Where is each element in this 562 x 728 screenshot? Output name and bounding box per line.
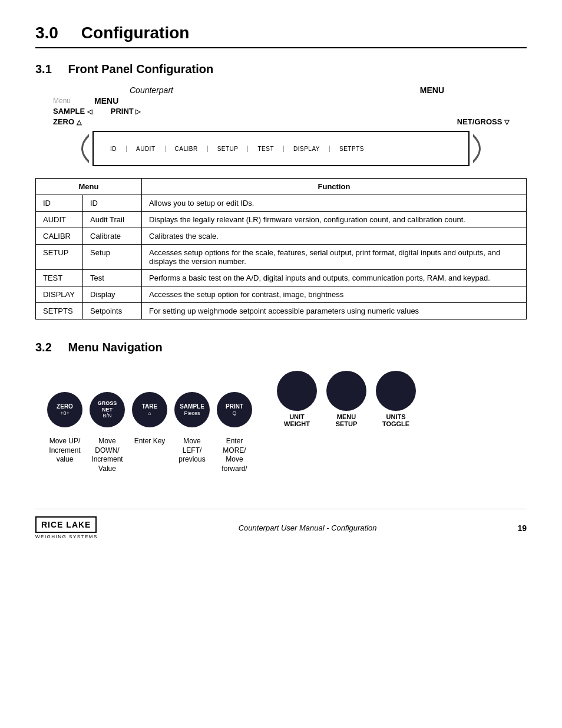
zero-label: ZERO bbox=[53, 117, 81, 126]
subsection-3-2-title: 3.2 Menu Navigation bbox=[35, 341, 527, 354]
nav-label-2: Enter Key bbox=[132, 437, 167, 446]
gross-net-key-group: GROSS NET B/N bbox=[90, 392, 125, 427]
menu-tab-audit: AUDIT bbox=[127, 146, 166, 152]
nav-label-3: Move LEFT/ previous bbox=[174, 437, 210, 465]
table-cell-menu-long: ID bbox=[83, 195, 142, 212]
menu-setup-btn[interactable] bbox=[326, 371, 366, 411]
zero-key[interactable]: ZERO +0+ bbox=[47, 392, 82, 427]
table-row: SETPTSSetpointsFor setting up weighmode … bbox=[36, 303, 527, 319]
sample-label: SAMPLE bbox=[53, 107, 92, 116]
table-cell-menu-long: Calibrate bbox=[83, 228, 142, 245]
section-3-2: 3.2 Menu Navigation ZERO +0+ GROSS NET B… bbox=[35, 341, 527, 473]
menu-btn-label: MENU bbox=[94, 96, 118, 106]
unit-weight-label: UNIT WEIGHT bbox=[284, 413, 310, 427]
table-cell-menu-short: ID bbox=[36, 195, 83, 212]
footer: RICE LAKE WEIGHING SYSTEMS Counterpart U… bbox=[35, 509, 527, 539]
menu-box: ID AUDIT CALIBR SETUP TEST DISPLAY SETPT… bbox=[92, 131, 470, 166]
table-cell-menu-long: Setpoints bbox=[83, 303, 142, 319]
table-cell-menu-short: CALIBR bbox=[36, 228, 83, 245]
section-title-text: Configuration bbox=[81, 24, 190, 42]
gross-net-key[interactable]: GROSS NET B/N bbox=[90, 392, 125, 427]
sample-triangle bbox=[87, 107, 92, 116]
right-arrow-icon bbox=[470, 131, 491, 166]
menu-tab-setup: SETUP bbox=[208, 146, 249, 152]
table-row: AUDITAudit TrailDisplays the legally rel… bbox=[36, 212, 527, 228]
table-cell-menu-long: Audit Trail bbox=[83, 212, 142, 228]
section-title: 3.0 Configuration bbox=[35, 24, 527, 48]
left-arrow-icon bbox=[71, 131, 92, 166]
table-col-menu: Menu bbox=[36, 179, 142, 195]
unit-buttons-group: UNIT WEIGHT MENU SETUP UNITS TOGGLE bbox=[277, 371, 416, 427]
table-cell-menu-short: DISPLAY bbox=[36, 286, 83, 303]
net-gross-triangle bbox=[504, 117, 509, 126]
zero-key-group: ZERO +0+ bbox=[47, 392, 82, 427]
table-cell-function: Displays the legally relevant (LR) firmw… bbox=[142, 212, 527, 228]
menu-display: ID AUDIT CALIBR SETUP TEST DISPLAY SETPT… bbox=[35, 131, 527, 166]
logo-sub: WEIGHING SYSTEMS bbox=[35, 534, 98, 539]
subsection-3-1-title: 3.1 Front Panel Configuration bbox=[35, 62, 527, 76]
counterpart-label: Counterpart bbox=[130, 85, 173, 95]
print-label: PRINT bbox=[111, 107, 141, 116]
sample-key-group: SAMPLE Pieces bbox=[174, 392, 210, 427]
menu-header-label: MENU bbox=[420, 85, 444, 95]
tare-key-group: TARE ⌂ bbox=[132, 392, 167, 427]
table-cell-function: For setting up weighmode setpoint access… bbox=[142, 303, 527, 319]
table-cell-menu-short: TEST bbox=[36, 270, 83, 286]
units-toggle-group: UNITS TOGGLE bbox=[376, 371, 416, 427]
footer-page-num: 19 bbox=[517, 523, 527, 533]
menu-above-label: Menu bbox=[53, 97, 71, 105]
logo-box: RICE LAKE bbox=[35, 516, 97, 533]
table-cell-menu-short: SETUP bbox=[36, 245, 83, 270]
print-key-group: PRINT Q bbox=[217, 392, 252, 427]
table-cell-menu-short: SETPTS bbox=[36, 303, 83, 319]
table-row: SETUPSetupAccesses setup options for the… bbox=[36, 245, 527, 270]
table-cell-menu-long: Setup bbox=[83, 245, 142, 270]
keys-row: ZERO +0+ GROSS NET B/N TARE ⌂ bbox=[47, 371, 527, 427]
nav-label-4: Enter MORE/ Move forward/ bbox=[217, 437, 252, 473]
print-key[interactable]: PRINT Q bbox=[217, 392, 252, 427]
unit-weight-btn[interactable] bbox=[277, 371, 317, 411]
menu-function-table: Menu Function IDIDAllows you to setup or… bbox=[35, 178, 527, 319]
table-cell-function: Accesses the setup option for contrast, … bbox=[142, 286, 527, 303]
table-row: DISPLAYDisplayAccesses the setup option … bbox=[36, 286, 527, 303]
table-cell-function: Performs a basic test on the A/D, digita… bbox=[142, 270, 527, 286]
print-triangle bbox=[135, 107, 140, 116]
units-toggle-btn[interactable] bbox=[376, 371, 416, 411]
sample-key[interactable]: SAMPLE Pieces bbox=[174, 392, 210, 427]
menu-tab-setpts: SETPTS bbox=[330, 146, 373, 152]
footer-center-text: Counterpart User Manual - Configuration bbox=[239, 523, 377, 532]
tare-key[interactable]: TARE ⌂ bbox=[132, 392, 167, 427]
unit-weight-group: UNIT WEIGHT bbox=[277, 371, 317, 427]
table-row: TESTTestPerforms a basic test on the A/D… bbox=[36, 270, 527, 286]
table-row: IDIDAllows you to setup or edit IDs. bbox=[36, 195, 527, 212]
menu-setup-label: MENU SETUP bbox=[336, 413, 358, 427]
menu-tab-calibr: CALIBR bbox=[166, 146, 208, 152]
table-cell-function: Allows you to setup or edit IDs. bbox=[142, 195, 527, 212]
menu-tab-id: ID bbox=[101, 146, 127, 152]
table-cell-function: Calibrates the scale. bbox=[142, 228, 527, 245]
table-cell-function: Accesses setup options for the scale, fe… bbox=[142, 245, 527, 270]
table-cell-menu-long: Display bbox=[83, 286, 142, 303]
zero-triangle bbox=[77, 117, 81, 126]
net-gross-label: NET/GROSS bbox=[457, 117, 509, 126]
table-cell-menu-long: Test bbox=[83, 270, 142, 286]
menu-tab-test: TEST bbox=[248, 146, 284, 152]
units-toggle-label: UNITS TOGGLE bbox=[382, 413, 409, 427]
section-3-0: 3.0 Configuration 3.1 Front Panel Config… bbox=[35, 24, 527, 473]
table-row: CALIBRCalibrateCalibrates the scale. bbox=[36, 228, 527, 245]
nav-labels-row: Move UP/ Increment value Move DOWN/ Incr… bbox=[47, 437, 527, 473]
logo-area: RICE LAKE WEIGHING SYSTEMS bbox=[35, 516, 98, 539]
menu-tab-display: DISPLAY bbox=[284, 146, 330, 152]
nav-label-1: Move DOWN/ Increment Value bbox=[90, 437, 125, 473]
section-num: 3.0 bbox=[35, 24, 58, 42]
menu-setup-group: MENU SETUP bbox=[326, 371, 366, 427]
table-col-function: Function bbox=[142, 179, 527, 195]
table-cell-menu-short: AUDIT bbox=[36, 212, 83, 228]
nav-label-0: Move UP/ Increment value bbox=[47, 437, 82, 465]
